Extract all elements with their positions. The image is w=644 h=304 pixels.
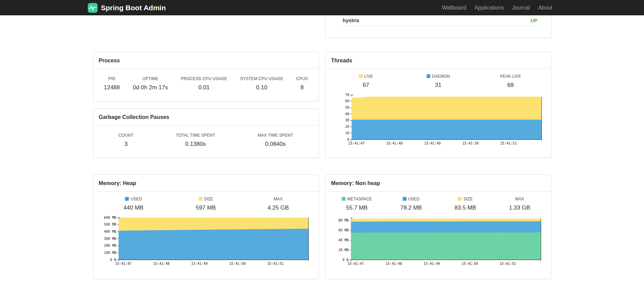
legend-value: 440 MB xyxy=(97,204,170,211)
svg-text:15:41:48: 15:41:48 xyxy=(386,141,402,145)
legend-label: METASPACE xyxy=(330,197,384,201)
stat-value: 0.0840s xyxy=(258,141,293,148)
svg-text:80 MB: 80 MB xyxy=(338,218,348,222)
svg-text:15:41:49: 15:41:49 xyxy=(424,262,440,265)
legend-color-swatch xyxy=(403,197,407,201)
svg-text:60: 60 xyxy=(345,99,349,103)
threads-legend: LIVE 67 DAEMON 31 PEAK LIVE xyxy=(326,69,551,89)
svg-text:100 MB: 100 MB xyxy=(104,251,116,255)
memory-heap-legend: USED 440 MB SIZE 597 MB MAX xyxy=(93,192,319,211)
svg-text:0 B: 0 B xyxy=(342,258,348,262)
legend-label: MAX xyxy=(242,197,314,201)
process-panel: Process PID 12488 UPTIME 0d 0h 2m 17s PR… xyxy=(93,52,319,102)
svg-text:50: 50 xyxy=(345,106,349,109)
svg-text:15:41:51: 15:41:51 xyxy=(500,262,516,265)
navbar: Spring Boot Admin Wallboard Applications… xyxy=(0,0,644,15)
svg-text:30: 30 xyxy=(345,118,349,122)
memory-nonheap-panel-title: Memory: Non heap xyxy=(326,175,551,192)
stat-label: PROCESS CPU USAGE xyxy=(181,76,227,81)
page: Spring Boot Admin Wallboard Applications… xyxy=(0,0,644,304)
stat-gc-count: COUNT 3 xyxy=(119,133,134,148)
memory-nonheap-chart: 0 B20 MB40 MB60 MB80 MB15:41:4715:41:481… xyxy=(326,215,551,267)
legend-label: DAEMON xyxy=(402,74,474,79)
stat-pid: PID 12488 xyxy=(104,76,120,91)
stat-label: COUNT xyxy=(119,133,134,138)
legend-color-swatch xyxy=(342,197,346,201)
memory-nonheap-panel: Memory: Non heap METASPACE 55.7 MB USED xyxy=(325,174,551,279)
stat-value: 0.01 xyxy=(181,84,227,91)
legend-value: 597 MB xyxy=(170,204,242,211)
brand-link[interactable]: Spring Boot Admin xyxy=(88,3,166,13)
legend-item-live: LIVE 67 xyxy=(330,74,402,89)
nav-link-applications[interactable]: Applications xyxy=(470,0,508,15)
svg-text:15:41:48: 15:41:48 xyxy=(385,262,402,265)
brand-logo-icon xyxy=(88,3,98,13)
svg-text:0 B: 0 B xyxy=(110,258,116,262)
svg-text:60 MB: 60 MB xyxy=(338,228,348,232)
stat-value: 12488 xyxy=(104,84,120,91)
nav-link-wallboard[interactable]: Wallboard xyxy=(438,0,470,15)
stat-label: PID xyxy=(104,76,120,81)
threads-chart: 01020304050607015:41:4715:41:4815:41:491… xyxy=(326,93,551,147)
stat-value: 3 xyxy=(119,141,134,148)
legend-item-peak-live: PEAK LIVE 68 xyxy=(474,74,547,89)
stat-label: TOTAL TIME SPENT xyxy=(176,133,215,138)
threads-panel-title: Threads xyxy=(326,52,551,69)
stat-label: SYSTEM CPU USAGE xyxy=(240,76,283,81)
legend-value: 68 xyxy=(474,82,547,89)
legend-item-size: SIZE 597 MB xyxy=(170,197,242,211)
nav-links: Wallboard Applications Journal About xyxy=(438,0,556,15)
svg-text:15:41:50: 15:41:50 xyxy=(461,262,478,265)
stat-gc-total-time: TOTAL TIME SPENT 0.1380s xyxy=(176,133,215,148)
brand-title: Spring Boot Admin xyxy=(101,4,166,12)
legend-item-metaspace: METASPACE 55.7 MB xyxy=(330,197,384,211)
memory-heap-chart: 0 B100 MB200 MB300 MB400 MB500 MB600 MB1… xyxy=(93,215,319,267)
legend-value: 67 xyxy=(330,82,402,89)
memory-heap-panel: Memory: Heap USED 440 MB SIZE xyxy=(93,174,319,279)
legend-color-swatch xyxy=(427,74,430,78)
legend-item-size: SIZE 83.5 MB xyxy=(438,197,492,211)
legend-value: 31 xyxy=(402,82,474,89)
legend-color-swatch xyxy=(199,197,202,201)
stat-label: MAX TIME SPENT xyxy=(258,133,293,138)
health-row-hystrix: hystrix UP xyxy=(343,15,538,26)
stat-cpus: CPUS 8 xyxy=(296,76,308,91)
svg-text:10: 10 xyxy=(345,131,349,135)
legend-value: 4.25 GB xyxy=(242,204,314,211)
legend-item-max: MAX 4.25 GB xyxy=(242,197,314,211)
svg-text:15:41:47: 15:41:47 xyxy=(115,262,131,265)
legend-item-used: USED 78.2 MB xyxy=(384,197,438,211)
health-panel: hystrix UP xyxy=(325,15,551,38)
svg-text:20: 20 xyxy=(345,125,349,128)
legend-label: PEAK LIVE xyxy=(474,74,547,79)
svg-text:15:41:50: 15:41:50 xyxy=(462,141,478,145)
legend-label: SIZE xyxy=(438,197,492,201)
gc-stats: COUNT 3 TOTAL TIME SPENT 0.1380s MAX TIM… xyxy=(93,125,319,148)
process-stats: PID 12488 UPTIME 0d 0h 2m 17s PROCESS CP… xyxy=(93,69,319,91)
navbar-inner: Spring Boot Admin Wallboard Applications… xyxy=(88,0,556,15)
health-indicator-name: hystrix xyxy=(343,17,359,23)
memory-nonheap-legend: METASPACE 55.7 MB USED 78.2 MB xyxy=(326,192,551,211)
svg-text:15:41:51: 15:41:51 xyxy=(267,262,283,265)
memory-heap-panel-title: Memory: Heap xyxy=(93,175,319,192)
process-panel-title: Process xyxy=(93,52,319,69)
stat-value: 0d 0h 2m 17s xyxy=(133,84,168,91)
svg-text:15:41:50: 15:41:50 xyxy=(229,262,245,265)
nav-link-about[interactable]: About xyxy=(534,0,556,15)
stat-process-cpu: PROCESS CPU USAGE 0.01 xyxy=(181,76,227,91)
legend-label: MAX xyxy=(492,197,547,201)
svg-text:600 MB: 600 MB xyxy=(104,216,116,219)
stat-gc-max-time: MAX TIME SPENT 0.0840s xyxy=(258,133,293,148)
svg-text:15:41:48: 15:41:48 xyxy=(153,262,169,265)
legend-value: 1.33 GB xyxy=(492,204,547,211)
legend-color-swatch xyxy=(359,74,363,78)
main-content: hystrix UP Process PID 12488 UPTIME xyxy=(93,15,551,279)
svg-text:500 MB: 500 MB xyxy=(104,223,116,226)
nav-link-journal[interactable]: Journal xyxy=(508,0,534,15)
legend-label: SIZE xyxy=(170,197,242,201)
svg-text:300 MB: 300 MB xyxy=(104,237,116,241)
svg-text:15:41:49: 15:41:49 xyxy=(191,262,208,265)
stat-value: 8 xyxy=(296,84,308,91)
stat-system-cpu: SYSTEM CPU USAGE 0.10 xyxy=(240,76,283,91)
legend-value: 83.5 MB xyxy=(438,204,492,211)
